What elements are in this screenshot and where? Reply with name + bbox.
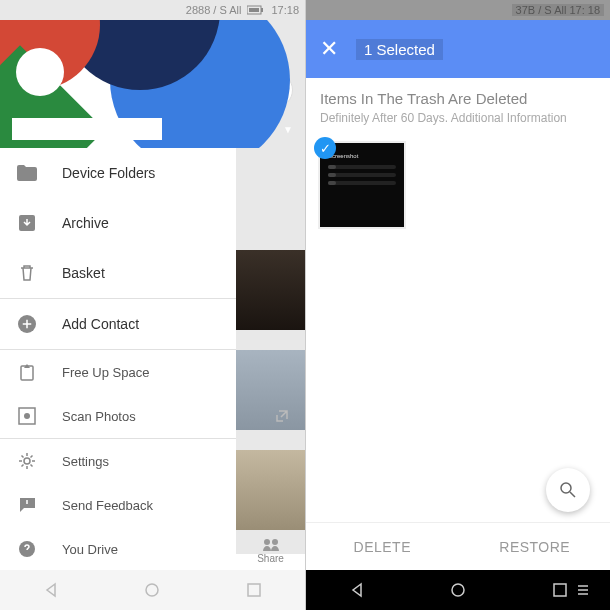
left-phone: 2888 / S All 17:18 ▼ Device Folders Arch… [0,0,305,610]
status-text: 37B / S All 17: 18 [512,4,604,16]
svg-rect-13 [248,584,260,596]
svg-rect-5 [21,366,33,380]
account-name [12,118,162,140]
nav-recent-button[interactable] [234,570,274,610]
archive-icon [16,212,38,234]
bottom-tab-share[interactable]: Share [236,531,305,570]
android-nav-bar [306,570,610,610]
navigation-drawer: Device Folders Archive Basket Add Contac… [0,148,305,571]
selection-header: ✕ 1 Selected [306,20,610,78]
avatar[interactable] [16,48,64,96]
status-text: 2888 / S All [186,4,242,16]
menu-device-folders[interactable]: Device Folders [0,148,305,198]
selected-check-icon: ✓ [314,137,336,159]
svg-point-14 [561,483,571,493]
add-contact-icon [16,313,38,335]
nav-back-button[interactable] [337,570,377,610]
svg-point-7 [24,413,30,419]
right-phone: 37B / S All 17: 18 ✕ 1 Selected Items In… [305,0,610,610]
external-link-icon [275,409,289,423]
menu-free-up-space[interactable]: Free Up Space [0,350,305,394]
trash-icon [16,262,38,284]
nav-back-button[interactable] [31,570,71,610]
magnify-icon [559,481,577,499]
selection-count: 1 Selected [356,39,443,60]
menu-send-feedback[interactable]: Send Feedback [0,483,305,527]
scan-icon [16,405,38,427]
close-icon[interactable]: ✕ [320,36,338,62]
delete-button[interactable]: DELETE [306,523,459,570]
trash-item-thumb[interactable]: ✓ Screenshot [318,141,406,229]
svg-point-11 [272,539,278,545]
nav-home-button[interactable] [132,570,172,610]
trash-subtitle: Definitely After 60 Days. Additional Inf… [320,111,596,125]
chevron-down-icon: ▼ [283,124,293,135]
svg-rect-1 [261,8,263,12]
menu-label: Send Feedback [62,498,153,513]
drawer-header: ▼ [0,20,305,148]
status-time: 17:18 [271,4,299,16]
battery-icon [247,5,265,15]
folder-icon [16,162,38,184]
menu-label: Settings [62,454,109,469]
restore-button[interactable]: RESTORE [459,523,611,570]
menu-label: Free Up Space [62,365,149,380]
menu-label: Add Contact [62,316,139,332]
menu-label: Device Folders [62,165,155,181]
free-space-icon [16,361,38,383]
tab-label: Share [257,553,284,564]
svg-point-15 [452,584,464,596]
trash-title: Items In The Trash Are Deleted [320,90,596,107]
menu-label: Archive [62,215,109,231]
zoom-fab[interactable] [546,468,590,512]
account-switcher[interactable]: ▼ [12,118,293,140]
gear-icon [16,450,38,472]
menu-label: Basket [62,265,105,281]
help-icon [16,538,38,560]
android-nav-bar [0,570,305,610]
menu-scan-photos[interactable]: Scan Photos [0,394,305,438]
feedback-icon [16,494,38,516]
menu-label: You Drive [62,542,118,557]
svg-rect-2 [249,8,259,12]
share-icon [261,537,281,551]
trash-action-bar: DELETE RESTORE [306,522,610,570]
menu-add-contact[interactable]: Add Contact [0,299,305,349]
menu-settings[interactable]: Settings [0,439,305,483]
menu-label: Scan Photos [62,409,136,424]
svg-point-8 [24,458,30,464]
trash-info-banner: Items In The Trash Are Deleted Definitel… [306,78,610,133]
nav-home-button[interactable] [438,570,478,610]
menu-basket[interactable]: Basket [0,248,305,298]
menu-archive[interactable]: Archive [0,198,305,248]
status-bar: 37B / S All 17: 18 [306,0,610,20]
svg-point-10 [264,539,270,545]
nav-extra-button[interactable] [563,570,603,610]
status-bar: 2888 / S All 17:18 [0,0,305,20]
svg-point-12 [146,584,158,596]
